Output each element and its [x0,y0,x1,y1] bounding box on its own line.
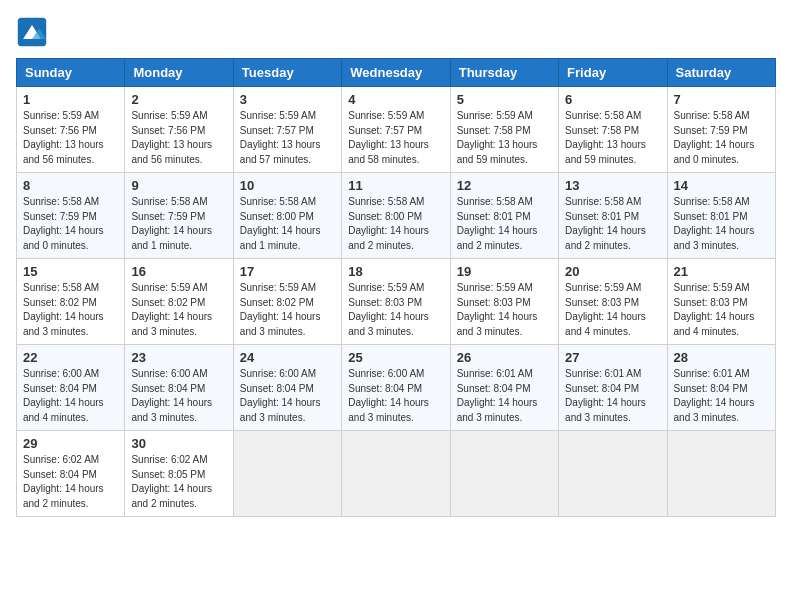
day-cell: 6Sunrise: 5:58 AM Sunset: 7:58 PM Daylig… [559,87,667,173]
day-info: Sunrise: 6:00 AM Sunset: 8:04 PM Dayligh… [23,367,118,425]
day-info: Sunrise: 5:58 AM Sunset: 8:01 PM Dayligh… [674,195,769,253]
day-cell: 12Sunrise: 5:58 AM Sunset: 8:01 PM Dayli… [450,173,558,259]
day-cell: 20Sunrise: 5:59 AM Sunset: 8:03 PM Dayli… [559,259,667,345]
header-day-monday: Monday [125,59,233,87]
day-cell: 26Sunrise: 6:01 AM Sunset: 8:04 PM Dayli… [450,345,558,431]
day-number: 27 [565,350,660,365]
day-cell: 8Sunrise: 5:58 AM Sunset: 7:59 PM Daylig… [17,173,125,259]
day-info: Sunrise: 6:00 AM Sunset: 8:04 PM Dayligh… [131,367,226,425]
day-cell: 25Sunrise: 6:00 AM Sunset: 8:04 PM Dayli… [342,345,450,431]
day-info: Sunrise: 5:59 AM Sunset: 8:03 PM Dayligh… [348,281,443,339]
day-number: 15 [23,264,118,279]
day-number: 1 [23,92,118,107]
day-info: Sunrise: 6:00 AM Sunset: 8:04 PM Dayligh… [348,367,443,425]
day-cell: 22Sunrise: 6:00 AM Sunset: 8:04 PM Dayli… [17,345,125,431]
day-number: 6 [565,92,660,107]
day-info: Sunrise: 5:59 AM Sunset: 8:02 PM Dayligh… [240,281,335,339]
day-info: Sunrise: 6:02 AM Sunset: 8:04 PM Dayligh… [23,453,118,511]
day-cell: 7Sunrise: 5:58 AM Sunset: 7:59 PM Daylig… [667,87,775,173]
day-number: 7 [674,92,769,107]
day-number: 28 [674,350,769,365]
day-number: 21 [674,264,769,279]
day-number: 12 [457,178,552,193]
day-cell: 13Sunrise: 5:58 AM Sunset: 8:01 PM Dayli… [559,173,667,259]
day-info: Sunrise: 6:01 AM Sunset: 8:04 PM Dayligh… [457,367,552,425]
header-day-wednesday: Wednesday [342,59,450,87]
day-number: 14 [674,178,769,193]
day-number: 3 [240,92,335,107]
day-cell: 1Sunrise: 5:59 AM Sunset: 7:56 PM Daylig… [17,87,125,173]
week-row-4: 22Sunrise: 6:00 AM Sunset: 8:04 PM Dayli… [17,345,776,431]
day-number: 26 [457,350,552,365]
day-number: 20 [565,264,660,279]
day-cell: 28Sunrise: 6:01 AM Sunset: 8:04 PM Dayli… [667,345,775,431]
logo [16,16,52,48]
day-cell: 10Sunrise: 5:58 AM Sunset: 8:00 PM Dayli… [233,173,341,259]
day-number: 8 [23,178,118,193]
header-day-sunday: Sunday [17,59,125,87]
day-cell: 23Sunrise: 6:00 AM Sunset: 8:04 PM Dayli… [125,345,233,431]
logo-icon [16,16,48,48]
day-info: Sunrise: 5:58 AM Sunset: 7:59 PM Dayligh… [23,195,118,253]
calendar-table: SundayMondayTuesdayWednesdayThursdayFrid… [16,58,776,517]
day-info: Sunrise: 5:59 AM Sunset: 8:03 PM Dayligh… [674,281,769,339]
day-number: 30 [131,436,226,451]
day-info: Sunrise: 5:59 AM Sunset: 7:56 PM Dayligh… [131,109,226,167]
header-day-friday: Friday [559,59,667,87]
day-info: Sunrise: 5:58 AM Sunset: 7:59 PM Dayligh… [674,109,769,167]
day-number: 10 [240,178,335,193]
day-number: 19 [457,264,552,279]
day-info: Sunrise: 5:59 AM Sunset: 7:57 PM Dayligh… [348,109,443,167]
header-day-saturday: Saturday [667,59,775,87]
day-cell: 29Sunrise: 6:02 AM Sunset: 8:04 PM Dayli… [17,431,125,517]
header-row: SundayMondayTuesdayWednesdayThursdayFrid… [17,59,776,87]
day-info: Sunrise: 6:02 AM Sunset: 8:05 PM Dayligh… [131,453,226,511]
week-row-3: 15Sunrise: 5:58 AM Sunset: 8:02 PM Dayli… [17,259,776,345]
day-number: 2 [131,92,226,107]
day-number: 22 [23,350,118,365]
day-cell [667,431,775,517]
day-cell [450,431,558,517]
day-number: 18 [348,264,443,279]
day-info: Sunrise: 6:00 AM Sunset: 8:04 PM Dayligh… [240,367,335,425]
day-info: Sunrise: 5:58 AM Sunset: 8:01 PM Dayligh… [565,195,660,253]
day-cell: 2Sunrise: 5:59 AM Sunset: 7:56 PM Daylig… [125,87,233,173]
day-cell: 4Sunrise: 5:59 AM Sunset: 7:57 PM Daylig… [342,87,450,173]
day-info: Sunrise: 5:58 AM Sunset: 8:02 PM Dayligh… [23,281,118,339]
header-day-thursday: Thursday [450,59,558,87]
day-cell: 11Sunrise: 5:58 AM Sunset: 8:00 PM Dayli… [342,173,450,259]
day-info: Sunrise: 5:58 AM Sunset: 7:58 PM Dayligh… [565,109,660,167]
day-cell: 21Sunrise: 5:59 AM Sunset: 8:03 PM Dayli… [667,259,775,345]
day-cell: 16Sunrise: 5:59 AM Sunset: 8:02 PM Dayli… [125,259,233,345]
day-cell [559,431,667,517]
day-cell: 17Sunrise: 5:59 AM Sunset: 8:02 PM Dayli… [233,259,341,345]
header [16,16,776,48]
day-cell: 9Sunrise: 5:58 AM Sunset: 7:59 PM Daylig… [125,173,233,259]
day-number: 29 [23,436,118,451]
day-cell: 27Sunrise: 6:01 AM Sunset: 8:04 PM Dayli… [559,345,667,431]
day-info: Sunrise: 6:01 AM Sunset: 8:04 PM Dayligh… [565,367,660,425]
day-number: 13 [565,178,660,193]
day-number: 24 [240,350,335,365]
day-cell: 19Sunrise: 5:59 AM Sunset: 8:03 PM Dayli… [450,259,558,345]
day-number: 11 [348,178,443,193]
day-number: 17 [240,264,335,279]
day-number: 25 [348,350,443,365]
week-row-5: 29Sunrise: 6:02 AM Sunset: 8:04 PM Dayli… [17,431,776,517]
day-number: 16 [131,264,226,279]
week-row-1: 1Sunrise: 5:59 AM Sunset: 7:56 PM Daylig… [17,87,776,173]
week-row-2: 8Sunrise: 5:58 AM Sunset: 7:59 PM Daylig… [17,173,776,259]
day-info: Sunrise: 5:59 AM Sunset: 7:57 PM Dayligh… [240,109,335,167]
day-info: Sunrise: 5:58 AM Sunset: 8:01 PM Dayligh… [457,195,552,253]
day-cell: 30Sunrise: 6:02 AM Sunset: 8:05 PM Dayli… [125,431,233,517]
day-info: Sunrise: 5:58 AM Sunset: 8:00 PM Dayligh… [240,195,335,253]
day-info: Sunrise: 5:59 AM Sunset: 8:03 PM Dayligh… [457,281,552,339]
day-info: Sunrise: 5:59 AM Sunset: 8:03 PM Dayligh… [565,281,660,339]
day-cell: 3Sunrise: 5:59 AM Sunset: 7:57 PM Daylig… [233,87,341,173]
calendar-body: 1Sunrise: 5:59 AM Sunset: 7:56 PM Daylig… [17,87,776,517]
header-day-tuesday: Tuesday [233,59,341,87]
day-info: Sunrise: 5:58 AM Sunset: 7:59 PM Dayligh… [131,195,226,253]
day-info: Sunrise: 5:59 AM Sunset: 7:56 PM Dayligh… [23,109,118,167]
day-cell: 15Sunrise: 5:58 AM Sunset: 8:02 PM Dayli… [17,259,125,345]
day-cell: 24Sunrise: 6:00 AM Sunset: 8:04 PM Dayli… [233,345,341,431]
